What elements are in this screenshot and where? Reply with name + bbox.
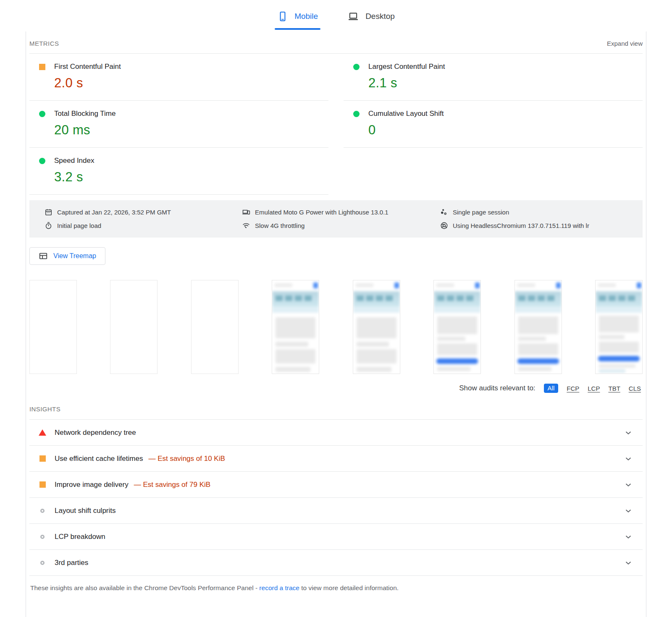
- chevron-down-icon[interactable]: [624, 428, 633, 437]
- chrome-icon: [440, 222, 448, 230]
- chevron-down-icon[interactable]: [624, 454, 633, 463]
- neutral-circle-icon: [39, 535, 46, 539]
- average-status-icon: [39, 64, 45, 70]
- metric-label: Speed Index: [54, 157, 94, 165]
- chevron-down-icon[interactable]: [624, 506, 633, 515]
- capture-time-text: Captured at Jan 22, 2026, 3:52 PM GMT: [57, 209, 171, 216]
- insight-layout-shift-culprits[interactable]: Layout shift culprits: [29, 498, 643, 524]
- metric-label: Largest Contentful Paint: [368, 63, 445, 71]
- metrics-section-title: METRICS: [29, 40, 59, 47]
- audit-filter-fcp[interactable]: FCP: [567, 385, 579, 392]
- audit-filter-lcp[interactable]: LCP: [588, 385, 600, 392]
- audit-filter-tbt[interactable]: TBT: [608, 385, 620, 392]
- filmstrip-thumbnail-blank: [110, 280, 158, 374]
- insight-label: Layout shift culprits: [55, 507, 116, 515]
- error-triangle-icon: [39, 429, 46, 436]
- insight-label: Use efficient cache lifetimes: [55, 455, 143, 463]
- throttling-link[interactable]: Slow 4G throttling: [255, 222, 304, 229]
- emulated-device-row: Emulated Moto G Power with Lighthouse 13…: [242, 208, 440, 216]
- chromium-row: Using HeadlessChromium 137.0.7151.119 wi…: [440, 222, 634, 230]
- filmstrip-thumbnail: [433, 280, 481, 374]
- chevron-down-icon[interactable]: [624, 532, 633, 541]
- good-status-icon: [39, 111, 45, 117]
- filmstrip-thumbnail: [595, 280, 643, 374]
- capture-time-row: Captured at Jan 22, 2026, 3:52 PM GMT: [45, 208, 242, 216]
- throttling-row: Slow 4G throttling: [242, 222, 440, 230]
- metric-value: 3.2 s: [54, 170, 328, 185]
- footer-text: These insights are also available in the…: [30, 584, 259, 591]
- insight-lcp-breakdown[interactable]: LCP breakdown: [29, 524, 643, 550]
- good-status-icon: [353, 111, 360, 117]
- insight-image-delivery[interactable]: Improve image delivery — Est savings of …: [29, 472, 643, 498]
- metric-label: Total Blocking Time: [54, 110, 116, 118]
- footer-note: These insights are also available in the…: [29, 576, 643, 592]
- metric-value: 0: [368, 123, 643, 138]
- audit-filter-all[interactable]: All: [544, 384, 559, 393]
- chromium-version-link[interactable]: Using HeadlessChromium 137.0.7151.119 wi…: [453, 222, 589, 229]
- page-load-row: Initial page load: [45, 222, 242, 230]
- smartphone-icon: [277, 11, 288, 22]
- insight-network-dependency-tree[interactable]: Network dependency tree: [29, 420, 643, 446]
- view-treemap-button[interactable]: View Treemap: [29, 247, 105, 265]
- metric-label: Cumulative Layout Shift: [368, 110, 444, 118]
- metric-cumulative-layout-shift: Cumulative Layout Shift 0: [344, 101, 643, 148]
- metric-empty-cell: [344, 148, 643, 195]
- warning-square-icon: [39, 481, 46, 488]
- view-treemap-label: View Treemap: [53, 252, 96, 260]
- audits-filter-label: Show audits relevant to:: [459, 384, 535, 392]
- devices-icon: [242, 208, 250, 216]
- filmstrip: [29, 280, 643, 374]
- tab-desktop[interactable]: Desktop: [345, 4, 397, 31]
- insight-cache-lifetimes[interactable]: Use efficient cache lifetimes — Est savi…: [29, 446, 643, 472]
- stopwatch-icon: [45, 222, 52, 230]
- metric-value: 20 ms: [54, 123, 328, 138]
- metric-total-blocking-time: Total Blocking Time 20 ms: [29, 101, 328, 148]
- session-dots-icon: [440, 208, 448, 216]
- metric-value: 2.1 s: [368, 76, 643, 91]
- page-load-text: Initial page load: [57, 222, 101, 229]
- session-link[interactable]: Single page session: [453, 209, 509, 216]
- neutral-circle-icon: [39, 509, 46, 513]
- insight-label: Improve image delivery: [55, 481, 129, 489]
- good-status-icon: [353, 64, 360, 70]
- insights-section-title: INSIGHTS: [29, 405, 60, 413]
- record-trace-link[interactable]: record a trace: [259, 584, 299, 591]
- insight-label: 3rd parties: [55, 559, 88, 567]
- capture-info-bar: Captured at Jan 22, 2026, 3:52 PM GMT In…: [29, 200, 643, 238]
- neutral-circle-icon: [39, 561, 46, 565]
- insight-3rd-parties[interactable]: 3rd parties: [29, 550, 643, 576]
- audit-filter-cls[interactable]: CLS: [629, 385, 641, 392]
- filmstrip-thumbnail-blank: [191, 280, 239, 374]
- metric-largest-contentful-paint: Largest Contentful Paint 2.1 s: [344, 54, 643, 101]
- filmstrip-thumbnail: [353, 280, 400, 374]
- metric-first-contentful-paint: First Contentful Paint 2.0 s: [29, 54, 328, 101]
- insight-savings: — Est savings of 79 KiB: [134, 481, 210, 489]
- metric-value: 2.0 s: [54, 76, 328, 91]
- chevron-down-icon[interactable]: [624, 558, 633, 567]
- metrics-grid: First Contentful Paint 2.0 s Largest Con…: [29, 54, 643, 195]
- metric-speed-index: Speed Index 3.2 s: [29, 148, 328, 195]
- treemap-icon: [39, 251, 48, 261]
- metric-label: First Contentful Paint: [54, 63, 121, 71]
- network-check-icon: [242, 222, 250, 230]
- tab-mobile[interactable]: Mobile: [275, 4, 320, 31]
- laptop-icon: [347, 11, 359, 22]
- session-row: Single page session: [440, 208, 634, 216]
- device-tabbar: Mobile Desktop: [0, 0, 672, 31]
- insight-label: LCP breakdown: [55, 533, 105, 541]
- active-tab-indicator: [275, 28, 320, 30]
- warning-square-icon: [39, 455, 46, 462]
- insight-savings: — Est savings of 10 KiB: [148, 455, 225, 463]
- filmstrip-thumbnail-blank: [29, 280, 77, 374]
- audits-filter-row: Show audits relevant to: All FCP LCP TBT…: [29, 384, 643, 393]
- insight-label: Network dependency tree: [55, 429, 136, 437]
- emulated-device-link[interactable]: Emulated Moto G Power with Lighthouse 13…: [255, 209, 388, 216]
- calendar-icon: [45, 208, 52, 216]
- footer-text: to view more detailed information.: [299, 584, 399, 591]
- expand-view-button[interactable]: Expand view: [607, 40, 643, 47]
- tab-desktop-label: Desktop: [365, 12, 395, 21]
- chevron-down-icon[interactable]: [624, 480, 633, 489]
- tab-mobile-label: Mobile: [294, 12, 318, 21]
- filmstrip-thumbnail: [514, 280, 562, 374]
- filmstrip-thumbnail: [272, 280, 319, 374]
